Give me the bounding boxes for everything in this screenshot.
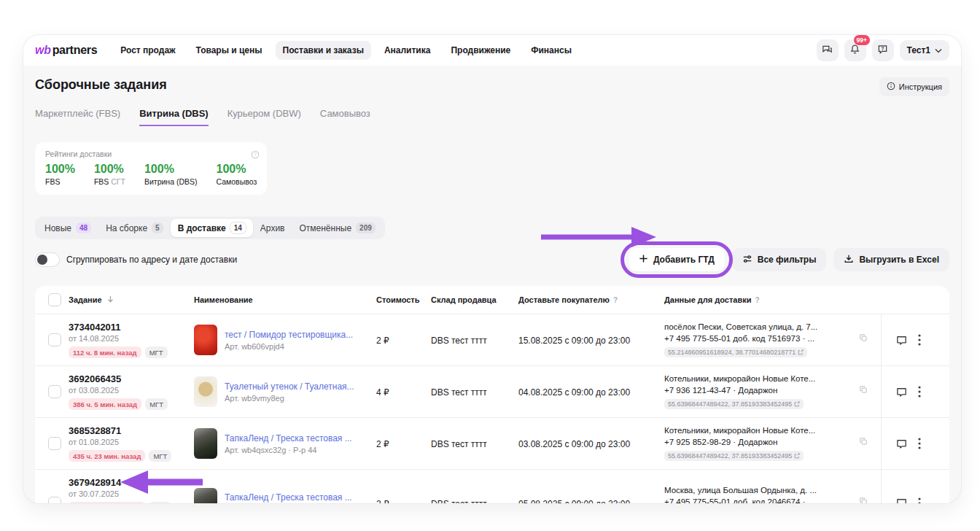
toggle-switch[interactable] <box>35 252 60 267</box>
copy-icon[interactable] <box>859 497 868 504</box>
select-all-checkbox[interactable] <box>48 293 61 306</box>
rating-pickup: 100% Самовывоз <box>216 163 257 186</box>
external-link-icon <box>794 401 800 407</box>
copy-icon[interactable] <box>859 385 868 395</box>
coordinates-link[interactable]: 55.63968447489422, 37.85193383452495 <box>664 399 804 409</box>
product-name-link[interactable]: ТапкаЛенд / Треска тестовая ... <box>225 433 352 443</box>
copy-icon[interactable] <box>859 437 868 447</box>
account-menu[interactable]: Тест1 <box>900 40 949 61</box>
kebab-menu-icon[interactable] <box>918 334 921 346</box>
tab-pickup[interactable]: Самовывоз <box>320 108 370 126</box>
chat-icon[interactable] <box>895 438 908 450</box>
row-checkbox[interactable] <box>48 437 61 450</box>
tab-courier-dbw[interactable]: Курьером (DBW) <box>228 108 301 126</box>
tab-marketplace-fbs[interactable]: Маркетплейс (FBS) <box>35 108 120 126</box>
tab-vitrina-dbs[interactable]: Витрина (DBS) <box>139 108 208 126</box>
export-excel-button[interactable]: Выгрузить в Excel <box>833 248 949 271</box>
rating-label-suffix: СГТ <box>111 177 125 186</box>
status-tab-archive[interactable]: Архив <box>253 219 292 237</box>
notifications-button[interactable]: 99+ <box>844 39 866 61</box>
product-name-link[interactable]: тест / Помидор тестировщика... <box>225 330 353 340</box>
add-gtd-label: Добавить ГТД <box>653 255 715 265</box>
nav-menu: Рост продаж Товары и цены Поставки и зак… <box>113 41 579 60</box>
product-article: Арт. wb606vpjd4 <box>225 342 284 351</box>
header-price: Стоимость <box>376 288 431 311</box>
coordinates-link[interactable]: 55.214860951618924, 38.77014680218771 <box>664 347 807 357</box>
coordinates-link[interactable]: 55.63968447489422, 37.85193383452495 <box>664 451 804 461</box>
row-checkbox[interactable] <box>48 497 61 504</box>
task-id[interactable]: 3679428914 <box>69 477 188 488</box>
status-tab-new[interactable]: Новые 48 <box>37 219 98 237</box>
nav-item-supplies-orders[interactable]: Поставки и заказы <box>276 41 371 60</box>
nav-item-finance[interactable]: Финансы <box>524 41 579 60</box>
order-price: 4 ₽ <box>376 387 389 398</box>
product-image[interactable] <box>194 376 217 407</box>
nav-item-promotion[interactable]: Продвижение <box>443 41 518 60</box>
mgt-badge: МГТ <box>149 450 171 462</box>
chevron-down-icon <box>935 45 942 55</box>
sort-down-icon[interactable] <box>107 295 114 304</box>
age-badge: 435 ч. 23 мин. назад <box>69 450 145 462</box>
row-checkbox[interactable] <box>48 333 61 346</box>
instruction-button[interactable]: Инструкция <box>879 77 949 96</box>
all-filters-button[interactable]: Все фильтры <box>732 248 827 271</box>
product-name-link[interactable]: ТапкаЛенд / Треска тестовая ... <box>225 492 352 503</box>
task-id[interactable]: 3734042011 <box>69 322 188 333</box>
coordinates-text: 55.214860951618924, 38.77014680218771 <box>668 349 796 356</box>
table-row: 3692066435 от 03.08.2025 386 ч. 5 мин. н… <box>35 366 949 418</box>
nav-right-controls: 99+ ? <box>817 39 949 61</box>
delivery-data-help-icon[interactable]: ? <box>755 296 759 304</box>
nav-item-goods-prices[interactable]: Товары и цены <box>189 41 270 60</box>
task-date: от 30.07.2025 <box>69 489 188 498</box>
download-icon <box>844 254 854 266</box>
task-date: от 14.08.2025 <box>69 334 188 343</box>
table-header-row: Задание Наименование Стоимость Склад про… <box>35 286 949 314</box>
customer-phone: +7 936 121-43-47 · Додаржон <box>664 386 777 395</box>
kebab-menu-icon[interactable] <box>918 438 921 449</box>
info-icon <box>887 82 895 92</box>
status-count-badge: 14 <box>230 222 246 233</box>
task-id[interactable]: 3685328871 <box>69 425 188 436</box>
copy-icon[interactable] <box>859 333 868 344</box>
toggle-knob <box>37 255 47 265</box>
status-tab-assembling[interactable]: На сборке 5 <box>98 219 171 237</box>
chat-icon[interactable] <box>895 334 908 346</box>
messages-button[interactable] <box>817 39 839 61</box>
kebab-menu-icon[interactable] <box>918 386 921 398</box>
product-name-link[interactable]: Туалетный утенок / Туалетная... <box>225 381 354 392</box>
deliver-help-icon[interactable]: ? <box>613 296 618 304</box>
product-image[interactable] <box>194 325 217 355</box>
task-id[interactable]: 3692066435 <box>69 373 188 384</box>
row-checkbox[interactable] <box>48 385 61 398</box>
status-tab-cancelled[interactable]: Отменённые 209 <box>292 219 382 237</box>
ratings-items: 100% FBS 100% FBS СГТ 100% Витрина (DBS)… <box>45 163 257 186</box>
nav-item-analytics[interactable]: Аналитика <box>377 41 438 60</box>
chat-icon[interactable] <box>895 497 908 503</box>
status-tab-in-delivery[interactable]: В доставке 14 <box>171 219 253 237</box>
rating-vitrina-dbs: 100% Витрина (DBS) <box>144 163 198 186</box>
group-by-address-toggle[interactable]: Сгруппировать по адресу и дате доставки <box>35 252 237 267</box>
toolbar-buttons: Добавить ГТД Все фильтры <box>629 248 949 271</box>
wb-partners-logo[interactable]: wb partners <box>35 44 97 57</box>
age-badge: 386 ч. 5 мин. назад <box>69 398 141 410</box>
delivery-address: Котельники, микрорайон Новые Коте... <box>664 426 875 435</box>
order-price: 2 ₽ <box>376 499 389 504</box>
product-image[interactable] <box>194 488 217 504</box>
help-button[interactable]: ? <box>872 39 894 61</box>
product-image[interactable] <box>194 428 217 459</box>
chat-icon[interactable] <box>895 386 908 398</box>
add-gtd-button[interactable]: Добавить ГТД <box>629 248 725 271</box>
rating-fbs: 100% FBS <box>45 163 75 186</box>
nav-item-sales-growth[interactable]: Рост продаж <box>113 41 182 60</box>
header-task: Задание <box>69 295 102 304</box>
ratings-help-icon[interactable]: ? <box>251 149 260 162</box>
plus-icon <box>639 254 648 266</box>
table-row: 3685328871 от 01.08.2025 435 ч. 23 мин. … <box>35 418 949 470</box>
status-count-badge: 5 <box>152 222 163 233</box>
logo-wb: wb <box>35 44 51 57</box>
header-product: Наименование <box>194 288 376 311</box>
customer-phone: +7 495 775-55-01 доб. код 2046674 · ... <box>664 497 814 504</box>
messages-icon <box>822 44 833 58</box>
kebab-menu-icon[interactable] <box>918 497 921 504</box>
coordinates-text: 55.63968447489422, 37.85193383452495 <box>668 400 792 408</box>
